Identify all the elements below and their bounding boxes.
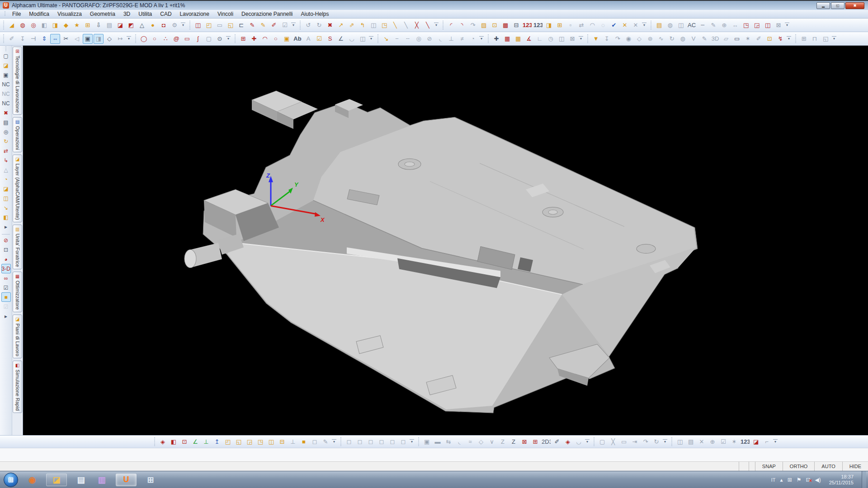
part-wizard-icon[interactable]: ◱ <box>226 20 236 30</box>
bound-box-icon[interactable]: ⊡ <box>490 20 500 30</box>
status-hide[interactable]: HIDE <box>842 462 868 471</box>
toolbar-overflow-button[interactable]: ▾ <box>787 36 791 41</box>
view-front-icon[interactable]: ◱ <box>234 437 244 447</box>
stretch-active-icon[interactable]: ⇔ <box>50 34 60 44</box>
mark-pen-icon[interactable]: ✐ <box>552 437 562 447</box>
viewport-3d[interactable]: Z Y X <box>23 46 868 435</box>
rect-dim-icon[interactable]: ⊞ <box>238 34 248 44</box>
time-estimate-icon[interactable]: ◷ <box>546 34 556 44</box>
clamp-icon[interactable]: ⊏ <box>236 20 246 30</box>
arc-icon[interactable]: ◠ <box>260 34 270 44</box>
toolbar-overflow-button[interactable]: ▾ <box>642 23 646 28</box>
sheets-icon[interactable]: ≈ <box>465 437 475 447</box>
cube-frame-icon[interactable]: ⊡ <box>179 437 189 447</box>
action-center-icon[interactable]: ⚑ <box>797 477 802 483</box>
tab-piani-di-lavoro[interactable]: ◪ Piani di Lavoro <box>13 314 22 358</box>
z-section-icon[interactable]: Z <box>498 437 508 447</box>
rect-nodes-icon[interactable]: ▣ <box>282 34 292 44</box>
status-ortho[interactable]: ORTHO <box>783 462 815 471</box>
sketch-plane-icon[interactable]: ✎ <box>321 437 330 447</box>
save-solid-icon[interactable]: ◧ <box>1 212 11 222</box>
axis-z-icon[interactable]: ↥ <box>212 437 222 447</box>
extend-box-icon[interactable]: ◳ <box>379 20 389 30</box>
detail-circle-icon[interactable]: ◳ <box>741 20 751 30</box>
folder-edit-icon[interactable]: ◪ <box>1 184 11 193</box>
ghost-squares-icon[interactable]: ▫ <box>566 20 576 30</box>
arc-ghost-icon[interactable]: ◡ <box>347 34 357 44</box>
axes-xyz-icon[interactable]: ⊥ <box>201 437 211 447</box>
op-list-icon[interactable]: ▤ <box>686 437 696 447</box>
menu-item[interactable]: Vincoli <box>213 11 237 17</box>
nc-sim-icon[interactable]: NC <box>1 89 11 99</box>
spline-icon[interactable]: ∫ <box>193 34 203 44</box>
axes-xy-icon[interactable]: ∠ <box>190 437 200 447</box>
measure-angle-icon[interactable]: ∡ <box>524 34 534 44</box>
ramp-icon[interactable]: ↷ <box>613 34 623 44</box>
transform-icon[interactable]: ⇄ <box>576 20 586 30</box>
polygon-icon[interactable]: ◯ <box>139 34 149 44</box>
select-pen-icon[interactable]: ✐ <box>7 34 17 44</box>
send-back-icon[interactable]: ↳ <box>1 155 11 165</box>
dashed-style-icon[interactable]: ┄ <box>698 20 708 30</box>
toolbar-drag-handle[interactable] <box>154 437 156 446</box>
tab-operazioni[interactable]: ▤ Operazioni <box>13 117 22 152</box>
taskbar-winrar-icon[interactable]: ▥ <box>95 474 108 486</box>
pocket-3d-icon[interactable]: ◨ <box>50 20 60 30</box>
strip-more-icon[interactable]: ▸ <box>1 311 11 321</box>
box-ghost-icon[interactable]: ▢ <box>597 437 607 447</box>
trim-2-icon[interactable]: ╲ <box>423 20 433 30</box>
snap-center-icon[interactable]: ◎ <box>414 34 424 44</box>
menu-item[interactable]: File <box>8 11 25 17</box>
maze-island-icon[interactable]: ▦ <box>513 34 523 44</box>
rotate-view-icon[interactable]: ∞ <box>1 273 11 283</box>
solid-cylinder-icon[interactable]: ● <box>148 20 158 30</box>
panel-wrap-icon[interactable]: ⊞ <box>799 34 809 44</box>
break-gap-icon[interactable]: ✕ <box>631 20 641 30</box>
break-intersect-icon[interactable]: ✕ <box>620 20 630 30</box>
rotate-up-icon[interactable]: ↷ <box>641 437 651 447</box>
pin-insert-icon[interactable]: ⊙ <box>215 34 225 44</box>
contour-3d-op-icon[interactable]: 3D <box>710 34 720 44</box>
taskbar-notepad-icon[interactable]: ▤ <box>74 474 88 486</box>
toolbar-drag-handle[interactable] <box>135 34 137 43</box>
z-section-2-icon[interactable]: Z <box>509 437 519 447</box>
delete-all-icon[interactable]: ✖ <box>1 108 11 117</box>
bend-icon[interactable]: ◟ <box>454 437 464 447</box>
tap-cycle-icon[interactable]: ↧ <box>602 34 612 44</box>
panel-save-icon[interactable]: ◱ <box>821 34 830 44</box>
sphere-op-icon[interactable]: ◍ <box>678 34 688 44</box>
work-plane-icon[interactable]: ⊥ <box>288 437 298 447</box>
toolbar-drag-handle[interactable] <box>795 34 797 43</box>
plan-view-icon[interactable]: ⊠ <box>774 20 783 30</box>
toolbar-overflow-button[interactable]: ▾ <box>663 439 667 444</box>
open-file-icon[interactable]: ◪ <box>1 61 11 70</box>
press-down-icon[interactable]: ⇩ <box>94 20 104 30</box>
network-icon[interactable]: ⊟✕ <box>806 477 810 483</box>
cube-plain-icon[interactable]: ◻ <box>310 437 320 447</box>
swap-windows-icon[interactable]: ⇄ <box>1 146 11 155</box>
lasso-icon[interactable]: ◌ <box>598 20 608 30</box>
contour-op-icon[interactable]: ◇ <box>634 34 644 44</box>
rotate-cw-icon[interactable]: ↻ <box>651 437 661 447</box>
edit-tool-icon[interactable]: ✎ <box>258 20 268 30</box>
status-auto[interactable]: AUTO <box>814 462 842 471</box>
rough-turning-icon[interactable]: ◢ <box>7 20 17 30</box>
key-icon[interactable]: ⌐ <box>762 437 772 447</box>
path-jump-icon[interactable]: ↦ <box>115 34 125 44</box>
view-top-icon[interactable]: ◰ <box>223 437 233 447</box>
saved-view-6-icon[interactable]: ◻ <box>398 437 408 447</box>
render-fill-icon[interactable]: ◨ <box>94 34 104 44</box>
tab-tecnologie-di-lavorazione[interactable]: ⊞ Tecnologie di Lavorazione <box>13 47 22 115</box>
taskbar-explorer-icon[interactable]: ◪ <box>46 474 67 486</box>
move-node-icon[interactable]: ↗ <box>336 20 346 30</box>
toolbar-drag-handle[interactable] <box>3 34 5 43</box>
stl-import-icon[interactable]: ⊠ <box>519 437 529 447</box>
delete-ghost-icon[interactable]: ⊠ <box>567 34 577 44</box>
language-indicator[interactable]: IT <box>771 477 776 483</box>
solid-hole-icon[interactable]: ◍ <box>18 20 28 30</box>
job-clock-icon[interactable]: ◔ <box>1 174 11 184</box>
laminate-icon[interactable]: ▤ <box>104 20 114 30</box>
spiral-icon[interactable]: @ <box>171 34 181 44</box>
menu-item[interactable]: Lavorazione <box>176 11 213 17</box>
display-check-icon[interactable]: ☑ <box>1 283 11 292</box>
